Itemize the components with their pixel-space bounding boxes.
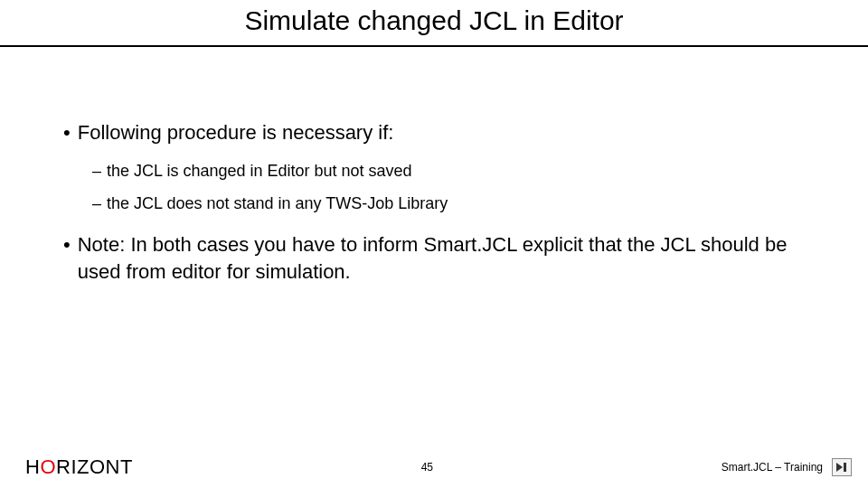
bullet-dash-icon: –	[92, 192, 101, 215]
brand-logo: HORIZONT	[25, 455, 133, 479]
footer-right: Smart.JCL – Training	[722, 458, 852, 476]
brand-text-post: RIZONT	[56, 455, 133, 478]
svg-marker-1	[836, 463, 843, 472]
svg-rect-0	[844, 463, 846, 472]
footer-right-text: Smart.JCL – Training	[722, 461, 823, 474]
brand-text-o: O	[40, 455, 56, 478]
bullet-level2: – the JCL does not stand in any TWS-Job …	[92, 192, 805, 215]
bullet-dot-icon: •	[63, 119, 71, 146]
footer: HORIZONT 45 Smart.JCL – Training	[0, 455, 868, 479]
bullet-text: the JCL is changed in Editor but not sav…	[107, 159, 412, 183]
bullet-dash-icon: –	[92, 159, 101, 183]
bullet-text: Note: In both cases you have to inform S…	[78, 231, 805, 285]
bullet-text: Following procedure is necessary if:	[78, 119, 394, 146]
bullet-level1: • Following procedure is necessary if:	[63, 119, 805, 146]
page-number: 45	[421, 461, 433, 474]
back-icon[interactable]	[832, 458, 852, 476]
bullet-level1-note: • Note: In both cases you have to inform…	[63, 231, 805, 285]
slide: Simulate changed JCL in Editor • Followi…	[0, 0, 868, 488]
bullet-dot-icon: •	[63, 231, 71, 285]
content-area: • Following procedure is necessary if: –…	[0, 47, 868, 285]
bullet-level2: – the JCL is changed in Editor but not s…	[92, 159, 805, 183]
brand-text-pre: H	[25, 455, 40, 478]
slide-title: Simulate changed JCL in Editor	[0, 0, 868, 45]
bullet-text: the JCL does not stand in any TWS-Job Li…	[107, 192, 448, 215]
